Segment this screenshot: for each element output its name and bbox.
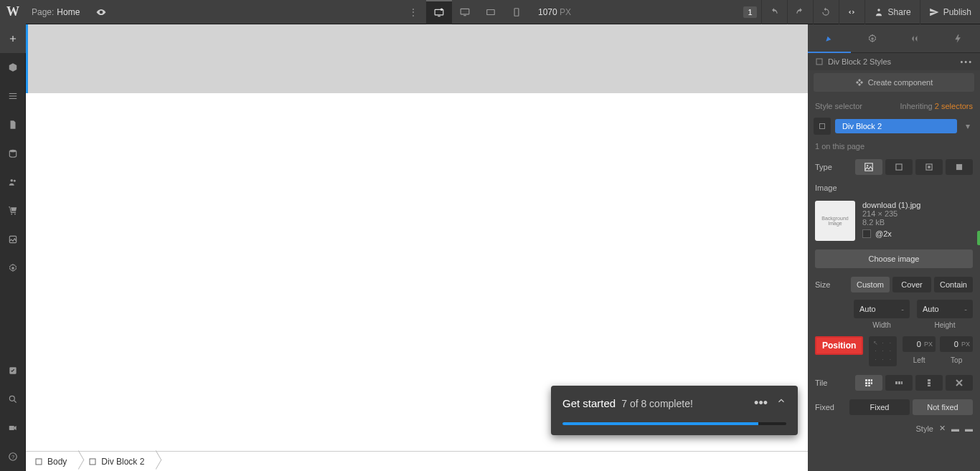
device-tablet-portrait-icon[interactable] xyxy=(504,0,529,24)
choose-image-button[interactable]: Choose image xyxy=(815,249,973,268)
panel-tab-style-icon[interactable] xyxy=(808,24,851,53)
retina-checkbox[interactable] xyxy=(862,229,871,238)
style-segment-2-icon[interactable]: ▬ xyxy=(965,424,973,433)
panel-tab-interactions-icon[interactable] xyxy=(937,24,980,53)
svg-rect-29 xyxy=(928,166,930,168)
tile-y-icon[interactable] xyxy=(915,375,943,391)
code-icon[interactable] xyxy=(839,0,864,24)
breadcrumb-body[interactable]: Body xyxy=(26,452,80,472)
svg-point-26 xyxy=(867,165,868,166)
fixed-button[interactable]: Fixed xyxy=(849,399,910,415)
settings-icon[interactable] xyxy=(0,254,26,282)
panel-header-more-icon[interactable]: ••• xyxy=(960,57,973,66)
selected-div-block[interactable] xyxy=(26,24,808,93)
page-name[interactable]: Home xyxy=(57,7,88,17)
tile-both-icon[interactable] xyxy=(855,375,882,391)
size-contain-button[interactable]: Contain xyxy=(934,277,973,292)
style-segment-1-icon[interactable]: ▬ xyxy=(951,424,959,433)
symbols-icon[interactable] xyxy=(0,53,26,82)
panel-tab-settings-icon[interactable] xyxy=(851,24,894,53)
pos-tl[interactable]: ↖ xyxy=(872,339,879,347)
redo-icon[interactable] xyxy=(787,0,813,24)
canvas-width-display[interactable]: 1070 PX xyxy=(529,7,580,17)
canvas-width-value: 1070 xyxy=(538,7,557,17)
width-label: Width xyxy=(872,321,891,329)
breadcrumb-div-block[interactable]: Div Block 2 xyxy=(80,452,157,472)
options-dots-icon[interactable]: ⋮ xyxy=(400,0,426,24)
pos-t[interactable]: · xyxy=(880,339,887,347)
feedback-tab[interactable] xyxy=(977,231,980,245)
ecommerce-icon[interactable] xyxy=(0,196,26,225)
device-tablet-landscape-icon[interactable] xyxy=(478,0,504,24)
publish-button[interactable]: Publish xyxy=(920,0,980,24)
selector-state-icon[interactable] xyxy=(814,118,831,135)
position-left-input[interactable]: 0PX xyxy=(903,336,936,352)
height-input[interactable]: Auto- xyxy=(917,300,973,318)
users-icon[interactable] xyxy=(0,168,26,196)
toast-progress-bar xyxy=(562,422,786,425)
not-fixed-button[interactable]: Not fixed xyxy=(913,399,973,415)
svg-rect-31 xyxy=(865,379,867,381)
selector-chip[interactable]: Div Block 2 xyxy=(835,119,957,133)
share-button[interactable]: Share xyxy=(864,0,920,24)
svg-rect-33 xyxy=(871,379,872,381)
panel-header-title: Div Block 2 Styles xyxy=(828,57,891,66)
toast-more-icon[interactable]: ••• xyxy=(754,396,768,411)
type-color-icon[interactable] xyxy=(946,159,973,175)
cms-icon[interactable] xyxy=(0,139,26,168)
pos-br[interactable]: · xyxy=(887,356,894,363)
position-grid[interactable]: ↖·· ··· ··· xyxy=(869,336,897,366)
svg-rect-24 xyxy=(820,124,825,129)
size-cover-button[interactable]: Cover xyxy=(892,277,931,292)
preview-eye-icon[interactable] xyxy=(88,0,114,24)
pages-icon[interactable] xyxy=(0,110,26,139)
pos-bl[interactable]: · xyxy=(872,356,879,363)
add-elements-icon[interactable] xyxy=(0,24,26,53)
type-linear-gradient-icon[interactable] xyxy=(885,159,913,175)
type-radial-gradient-icon[interactable] xyxy=(915,159,943,175)
svg-rect-39 xyxy=(895,381,897,384)
undo-icon[interactable] xyxy=(761,0,787,24)
type-image-icon[interactable] xyxy=(855,159,882,175)
video-icon[interactable] xyxy=(0,414,26,442)
position-top-input[interactable]: 0PX xyxy=(940,336,973,352)
inheriting-selectors-link[interactable]: 2 selectors xyxy=(935,102,973,110)
panel-tab-effects-icon[interactable] xyxy=(894,24,937,53)
tile-x-icon[interactable] xyxy=(885,375,913,391)
assets-icon[interactable] xyxy=(0,225,26,254)
svg-point-22 xyxy=(871,37,874,40)
pos-c[interactable]: · xyxy=(880,347,887,355)
svg-point-7 xyxy=(877,9,880,11)
size-custom-button[interactable]: Custom xyxy=(851,277,890,292)
device-desktop-icon[interactable] xyxy=(452,0,478,24)
style-close-icon[interactable]: ✕ xyxy=(939,424,946,433)
search-icon[interactable] xyxy=(0,385,26,414)
svg-point-14 xyxy=(11,267,14,270)
svg-rect-4 xyxy=(463,15,466,16)
style-selector-label: Style selector xyxy=(815,102,862,110)
sync-icon[interactable] xyxy=(813,0,839,24)
audit-icon[interactable] xyxy=(0,356,26,385)
bg-image-thumbnail[interactable]: Background Image xyxy=(815,201,855,241)
onboarding-toast: Get started 7 of 8 complete! ••• xyxy=(551,386,798,435)
bg-image-filename: download (1).jpg xyxy=(862,201,920,209)
svg-rect-37 xyxy=(865,385,867,386)
app-logo[interactable]: W xyxy=(0,0,26,24)
pos-tr[interactable]: · xyxy=(887,339,894,347)
svg-rect-20 xyxy=(36,459,42,465)
svg-rect-40 xyxy=(898,381,900,384)
width-input[interactable]: Auto- xyxy=(854,300,910,318)
svg-rect-30 xyxy=(956,164,962,170)
pos-b[interactable]: · xyxy=(880,356,887,363)
pos-r[interactable]: · xyxy=(887,347,894,355)
create-component-button[interactable]: Create component xyxy=(814,73,974,92)
device-desktop-base-icon[interactable] xyxy=(426,0,452,24)
pos-l[interactable]: · xyxy=(872,347,879,355)
toast-collapse-icon[interactable] xyxy=(776,396,786,411)
help-icon[interactable]: ? xyxy=(0,442,26,471)
notification-badge[interactable]: 1 xyxy=(743,6,756,18)
selector-dropdown-icon[interactable]: ▾ xyxy=(961,121,974,131)
tile-none-icon[interactable] xyxy=(946,375,973,391)
tile-label: Tile xyxy=(815,379,849,387)
navigator-icon[interactable] xyxy=(0,82,26,110)
